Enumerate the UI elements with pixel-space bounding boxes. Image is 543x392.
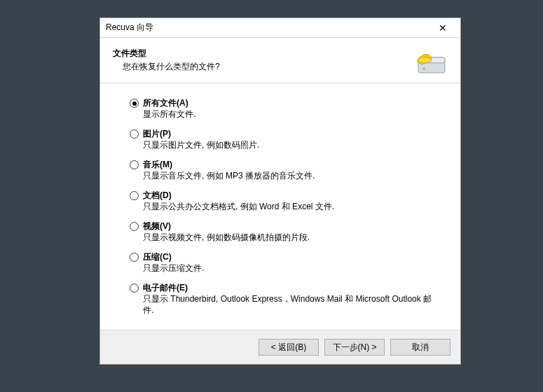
option-label: 音乐(M) bbox=[143, 159, 315, 170]
harddrive-hat-icon bbox=[414, 48, 448, 76]
option-label: 视频(V) bbox=[143, 220, 310, 232]
option-label: 图片(P) bbox=[143, 128, 259, 139]
radio-icon bbox=[130, 191, 139, 200]
option-documents[interactable]: 文档(D) 只显示公共办公文档格式, 例如 Word 和 Excel 文件. bbox=[130, 190, 439, 212]
option-desc: 只显示图片文件, 例如数码照片. bbox=[143, 139, 259, 150]
option-label: 文档(D) bbox=[143, 190, 334, 201]
close-icon: ✕ bbox=[439, 22, 447, 34]
option-desc: 只显示压缩文件. bbox=[143, 262, 204, 274]
radio-icon bbox=[130, 160, 139, 169]
wizard-dialog: Recuva 向导 ✕ 文件类型 您在恢复什么类型的文件? 所有文件(A) 显示… bbox=[99, 18, 461, 365]
radio-icon bbox=[130, 222, 139, 231]
window-title: Recuva 向导 bbox=[106, 22, 153, 34]
option-music[interactable]: 音乐(M) 只显示音乐文件, 例如 MP3 播放器的音乐文件. bbox=[130, 159, 439, 181]
svg-point-3 bbox=[418, 57, 432, 63]
option-label: 压缩(C) bbox=[143, 251, 204, 262]
radio-icon bbox=[130, 284, 139, 293]
cancel-button[interactable]: 取消 bbox=[390, 339, 451, 356]
option-label: 所有文件(A) bbox=[143, 97, 195, 108]
option-desc: 只显示音乐文件, 例如 MP3 播放器的音乐文件. bbox=[143, 170, 315, 181]
next-button[interactable]: 下一步(N) > bbox=[324, 339, 385, 356]
close-button[interactable]: ✕ bbox=[428, 20, 458, 36]
wizard-footer: < 返回(B) 下一步(N) > 取消 bbox=[100, 330, 460, 364]
option-video[interactable]: 视频(V) 只显示视频文件, 例如数码摄像机拍摄的片段. bbox=[130, 220, 439, 243]
option-label: 电子邮件(E) bbox=[143, 282, 439, 293]
radio-icon bbox=[130, 253, 139, 262]
wizard-header: 文件类型 您在恢复什么类型的文件? bbox=[100, 38, 460, 83]
option-desc: 只显示公共办公文档格式, 例如 Word 和 Excel 文件. bbox=[143, 201, 334, 212]
option-desc: 只显示 Thunderbird, Outlook Express，Windows… bbox=[143, 293, 439, 316]
option-pictures[interactable]: 图片(P) 只显示图片文件, 例如数码照片. bbox=[130, 128, 439, 150]
radio-icon bbox=[130, 130, 139, 139]
titlebar: Recuva 向导 ✕ bbox=[100, 18, 460, 38]
option-emails[interactable]: 电子邮件(E) 只显示 Thunderbird, Outlook Express… bbox=[130, 282, 439, 316]
page-subtitle: 您在恢复什么类型的文件? bbox=[113, 61, 414, 73]
page-title: 文件类型 bbox=[113, 48, 414, 59]
option-all-files[interactable]: 所有文件(A) 显示所有文件. bbox=[130, 97, 439, 120]
header-text: 文件类型 您在恢复什么类型的文件? bbox=[113, 48, 414, 76]
back-button[interactable]: < 返回(B) bbox=[259, 339, 319, 356]
option-desc: 只显示视频文件, 例如数码摄像机拍摄的片段. bbox=[143, 232, 310, 243]
options-area: 所有文件(A) 显示所有文件. 图片(P) 只显示图片文件, 例如数码照片. 音… bbox=[100, 83, 460, 330]
svg-point-2 bbox=[423, 68, 425, 70]
option-desc: 显示所有文件. bbox=[143, 108, 195, 120]
option-compressed[interactable]: 压缩(C) 只显示压缩文件. bbox=[130, 251, 439, 274]
radio-icon bbox=[130, 99, 139, 108]
